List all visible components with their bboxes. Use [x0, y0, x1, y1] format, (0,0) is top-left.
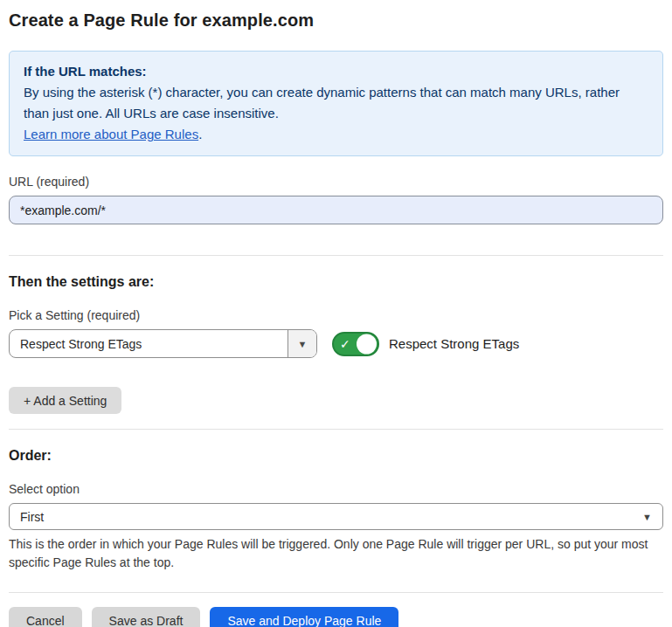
add-setting-button[interactable]: + Add a Setting [9, 387, 121, 414]
save-and-deploy-button[interactable]: Save and Deploy Page Rule [210, 607, 398, 627]
toggle-knob [357, 334, 377, 354]
info-box-heading: If the URL matches: [24, 61, 648, 82]
info-box-body: By using the asterisk (*) character, you… [24, 82, 648, 124]
order-help-text: This is the order in which your Page Rul… [9, 535, 663, 572]
order-select[interactable]: First ▼ [9, 503, 663, 530]
url-input[interactable] [9, 196, 663, 224]
create-page-rule-form: Create a Page Rule for example.com If th… [0, 0, 672, 627]
page-title: Create a Page Rule for example.com [9, 10, 663, 31]
order-select-label: Select option [9, 482, 663, 496]
settings-section-heading: Then the settings are: [9, 274, 663, 290]
divider [9, 255, 663, 256]
setting-row: Respect Strong ETags ▼ ✓ Respect Strong … [9, 329, 663, 358]
setting-toggle-group: ✓ Respect Strong ETags [332, 332, 519, 356]
etags-toggle[interactable]: ✓ [332, 332, 379, 356]
setting-dropdown[interactable]: Respect Strong ETags ▼ [9, 329, 317, 358]
caret-down-icon: ▼ [642, 512, 652, 522]
toggle-label: Respect Strong ETags [389, 336, 519, 351]
cancel-button[interactable]: Cancel [9, 607, 82, 627]
order-section-heading: Order: [9, 448, 663, 464]
footer-actions: Cancel Save as Draft Save and Deploy Pag… [9, 607, 663, 627]
link-suffix: . [198, 127, 202, 141]
save-as-draft-button[interactable]: Save as Draft [92, 607, 201, 627]
divider [9, 592, 663, 593]
caret-down-icon: ▼ [298, 339, 308, 349]
order-select-value: First [20, 510, 44, 524]
pick-setting-label: Pick a Setting (required) [9, 308, 663, 322]
learn-more-link[interactable]: Learn more about Page Rules [24, 127, 198, 141]
setting-dropdown-button[interactable]: ▼ [288, 330, 316, 357]
url-matches-info-box: If the URL matches: By using the asteris… [9, 51, 663, 156]
check-icon: ✓ [340, 337, 350, 349]
setting-dropdown-value: Respect Strong ETags [10, 330, 288, 357]
info-box-link-line: Learn more about Page Rules. [24, 124, 648, 145]
divider [9, 429, 663, 430]
url-field-label: URL (required) [9, 175, 663, 189]
